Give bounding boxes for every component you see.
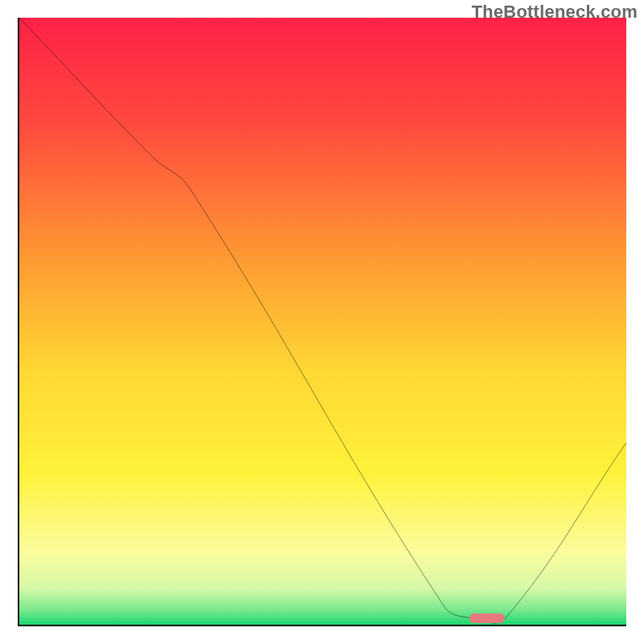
plot-area	[18, 18, 626, 626]
bottleneck-chart: TheBottleneck.com	[0, 0, 644, 644]
curve-layer	[19, 18, 626, 625]
optimal-marker	[469, 613, 505, 623]
bottleneck-curve	[19, 18, 626, 623]
